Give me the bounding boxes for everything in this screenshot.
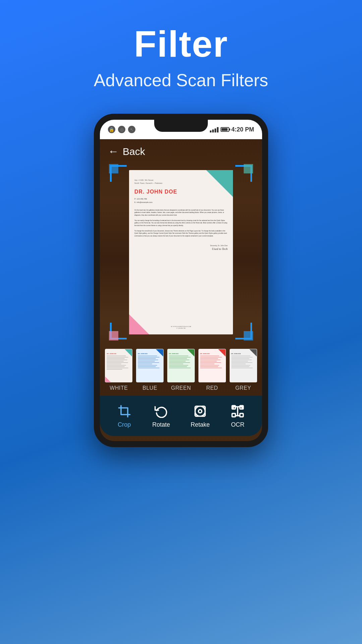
thumb-lines-blue xyxy=(138,356,162,380)
corner-dot-br xyxy=(244,331,253,340)
status-right: 4:20 PM xyxy=(210,126,254,133)
battery-icon xyxy=(221,127,229,132)
thumb-doc-green: DR. JOHN DOE xyxy=(168,349,194,382)
corner-dot-tr xyxy=(244,164,253,173)
location-icon: ◎ xyxy=(118,126,125,133)
svg-point-1 xyxy=(198,410,202,413)
crop-icon xyxy=(117,404,132,419)
filter-label-green: GREEN xyxy=(171,385,191,391)
phone-mockup: 🔒 ◎ ↖ 4:20 PM ← xyxy=(94,114,268,447)
filter-label-blue: BLUE xyxy=(142,385,157,391)
document-preview: Apt. # 000, 5th Street North Town, Karac… xyxy=(129,170,233,334)
filter-thumb-red: DR. JOHN DOE xyxy=(198,349,226,382)
doc-teal-decoration xyxy=(206,170,233,197)
doc-footer: W: HTTPS://USEDTOTECH.COM P: 123.456.789 xyxy=(134,326,228,329)
back-bar[interactable]: ← Back xyxy=(100,139,262,162)
doc-body-1: On the insert tab, the galleries include… xyxy=(134,209,228,217)
filter-label-grey: GREY xyxy=(235,385,251,391)
filter-label-white: WHITE xyxy=(110,385,128,391)
rotate-label: Rotate xyxy=(152,421,170,428)
filter-thumb-grey: DR. JOHN DOE xyxy=(230,349,257,382)
thumb-lines-grey xyxy=(231,356,255,380)
ocr-icon xyxy=(230,404,245,419)
status-bar: 🔒 ◎ ↖ 4:20 PM xyxy=(100,120,262,139)
retake-button[interactable]: Retake xyxy=(185,400,216,432)
lock-icon: 🔒 xyxy=(108,126,115,133)
svg-point-0 xyxy=(195,406,205,416)
filter-white[interactable]: DR. JOHN DOE xyxy=(105,349,132,391)
retake-label: Retake xyxy=(191,421,210,428)
filter-blue[interactable]: DR. JOHN DOE xyxy=(136,349,164,391)
cursor-icon: ↖ xyxy=(128,126,135,133)
filter-strip: DR. JOHN DOE xyxy=(100,343,262,396)
status-time: 4:20 PM xyxy=(231,126,254,133)
filter-green[interactable]: DR. JOHN DOE xyxy=(167,349,195,391)
retake-icon xyxy=(193,404,207,419)
phone-screen: ← Back Apt. # 000, 5th Street North xyxy=(100,139,262,441)
filter-thumb-blue: DR. JOHN DOE xyxy=(136,349,164,382)
back-label: Back xyxy=(123,146,145,157)
bottom-toolbar: Crop Rotate xyxy=(100,396,262,436)
thumb-doc-blue: DR. JOHN DOE xyxy=(136,349,163,382)
back-arrow-icon: ← xyxy=(108,145,119,158)
status-left-icons: 🔒 ◎ ↖ xyxy=(108,126,135,133)
rotate-button[interactable]: Rotate xyxy=(146,400,176,432)
header-section: Filter Advanced Scan Filters xyxy=(0,0,362,104)
ocr-button[interactable]: OCR xyxy=(224,400,251,432)
doc-signature-area: Sincerely, Dr. John Doe Used to Tech xyxy=(134,244,228,251)
doc-signature: Used to Tech xyxy=(134,247,228,251)
ocr-label: OCR xyxy=(231,421,244,428)
phone-outer: 🔒 ◎ ↖ 4:20 PM ← xyxy=(94,114,268,447)
doc-body-2: You can easily change the formatting of … xyxy=(134,219,228,227)
rotate-icon xyxy=(154,404,169,419)
notch xyxy=(154,120,208,132)
signal-icon xyxy=(210,126,219,132)
filter-red[interactable]: DR. JOHN DOE xyxy=(198,349,226,391)
thumb-lines-red xyxy=(200,356,224,380)
svg-rect-6 xyxy=(232,413,236,417)
thumb-lines-green xyxy=(169,356,193,380)
svg-rect-7 xyxy=(240,413,243,417)
page-title: Filter xyxy=(0,23,362,64)
doc-body-3: To change the overall look of your docum… xyxy=(134,230,228,237)
thumb-doc-white: DR. JOHN DOE xyxy=(105,349,132,382)
scan-area: Apt. # 000, 5th Street North Town, Karac… xyxy=(110,165,252,339)
thumb-doc-grey: DR. JOHN DOE xyxy=(230,349,257,382)
doc-pink-decoration xyxy=(129,314,149,334)
corner-dot-bl xyxy=(109,331,118,340)
filter-thumb-white: DR. JOHN DOE xyxy=(105,349,132,382)
filter-grey[interactable]: DR. JOHN DOE xyxy=(230,349,257,391)
page-subtitle: Advanced Scan Filters xyxy=(0,70,362,90)
filter-label-red: RED xyxy=(206,385,218,391)
corner-dot-tl xyxy=(109,164,118,173)
filter-thumb-green: DR. JOHN DOE xyxy=(167,349,195,382)
crop-button[interactable]: Crop xyxy=(111,400,138,432)
crop-label: Crop xyxy=(118,421,131,428)
thumb-red-corner xyxy=(218,349,226,357)
doc-contact: P: 123.456.789 E: info@example.com xyxy=(134,198,228,204)
thumb-doc-red: DR. JOHN DOE xyxy=(199,349,226,382)
thumb-pink-corner xyxy=(105,377,111,382)
